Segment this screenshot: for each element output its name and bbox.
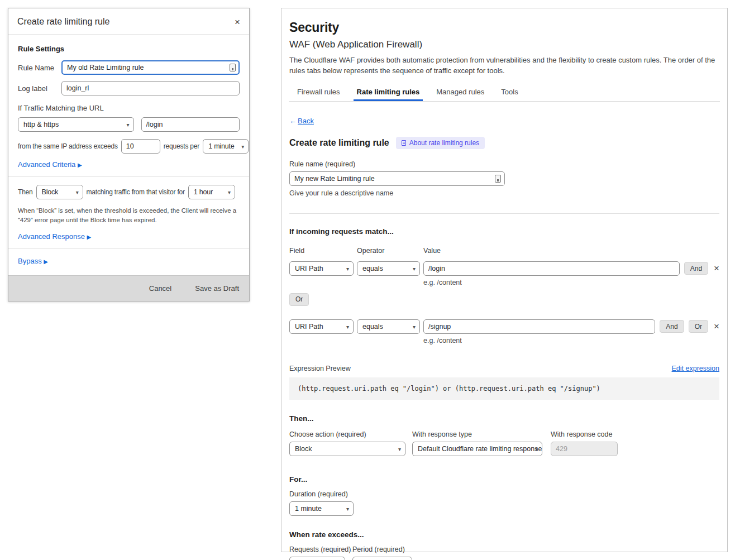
- threshold-middle-text: requests per: [164, 142, 199, 150]
- caret-right-icon: ▶: [44, 259, 48, 265]
- url-match-row: http & https ▾: [18, 117, 240, 132]
- tab-tools[interactable]: Tools: [501, 88, 518, 101]
- remove-condition-icon[interactable]: ×: [714, 264, 719, 273]
- back-arrow-icon: ←: [289, 117, 297, 125]
- dialog-header: Create rate limiting rule ×: [8, 8, 249, 35]
- threshold-row: from the same IP address exceeds request…: [18, 139, 240, 154]
- divider: [8, 176, 249, 177]
- match-heading: If incoming requests match...: [289, 227, 719, 236]
- chevron-down-icon: ▾: [346, 265, 349, 271]
- bypass-link[interactable]: Bypass ▶: [18, 257, 240, 265]
- waf-description: The Cloudflare WAF provides both automat…: [289, 55, 719, 76]
- response-type-label: With response type: [412, 430, 542, 438]
- value-hint: e.g. /content: [423, 279, 719, 286]
- chevron-down-icon: ▾: [126, 122, 129, 128]
- url-pattern-input[interactable]: [141, 117, 240, 132]
- divider: [8, 248, 249, 249]
- value-input[interactable]: [423, 261, 680, 276]
- response-code-label: With response code: [551, 430, 618, 438]
- rule-name-input[interactable]: [289, 171, 505, 186]
- block-note-text: When “Block” is set, when the threshold …: [18, 206, 240, 226]
- chevron-down-icon: ▾: [413, 265, 416, 271]
- rate-exceeds-heading: When rate exceeds...: [289, 530, 719, 539]
- ban-duration-select[interactable]: 1 hour ▾: [188, 185, 235, 199]
- action-row: Choose action (required) Block ▾ With re…: [289, 430, 719, 456]
- threshold-requests-input[interactable]: [121, 139, 160, 154]
- chevron-down-icon: ▾: [398, 446, 401, 452]
- action-select[interactable]: Block ▾: [36, 185, 83, 199]
- field-select[interactable]: URI Path ▾: [289, 319, 354, 334]
- back-link[interactable]: ←Back: [289, 117, 314, 125]
- field-column-label: Field: [289, 247, 357, 255]
- condition-row: URI Path ▾ equals ▾ And ×: [289, 261, 719, 276]
- chevron-down-icon: ▾: [535, 446, 538, 452]
- tab-managed-rules[interactable]: Managed rules: [436, 88, 484, 101]
- or-button[interactable]: Or: [689, 320, 708, 333]
- rule-name-label: Rule name (required): [289, 160, 719, 168]
- screenshot-root: Create rate limiting rule × Rule Setting…: [0, 0, 735, 560]
- about-rate-limiting-badge[interactable]: About rate limiting rules: [396, 137, 485, 149]
- chevron-down-icon: ▾: [346, 323, 349, 329]
- rule-name-helper: Give your rule a descriptive name: [289, 189, 719, 197]
- rule-name-input[interactable]: [61, 60, 240, 75]
- log-label-label: Log label: [18, 84, 61, 93]
- requests-label: Requests (required): [289, 545, 352, 553]
- cancel-button[interactable]: Cancel: [149, 284, 171, 293]
- requests-input[interactable]: [289, 557, 345, 560]
- save-as-draft-button[interactable]: Save as Draft: [195, 284, 239, 293]
- expression-header-row: Expression Preview Edit expression: [289, 365, 719, 372]
- and-button[interactable]: And: [684, 262, 708, 275]
- condition-column-labels: Field Operator Value: [289, 247, 719, 258]
- expression-preview-label: Expression Preview: [289, 365, 351, 372]
- tab-firewall-rules[interactable]: Firewall rules: [297, 88, 340, 101]
- dialog-body: Rule Settings Rule Name Log label If Tra…: [8, 35, 249, 265]
- value-hint: e.g. /content: [423, 337, 719, 344]
- then-middle-text: matching traffic from that visitor for: [87, 188, 185, 196]
- form-title: Create rate limiting rule: [289, 138, 389, 148]
- scheme-select[interactable]: http & https ▾: [18, 117, 134, 132]
- period-select[interactable]: 1 minute ▾: [352, 557, 412, 560]
- field-select[interactable]: URI Path ▾: [289, 261, 354, 276]
- or-button[interactable]: Or: [289, 293, 309, 306]
- rule-name-label: Rule Name: [18, 64, 61, 72]
- log-label-row: Log label: [18, 81, 240, 95]
- action-select[interactable]: Block ▾: [289, 442, 405, 456]
- tabs-divider: [289, 101, 720, 102]
- duration-select[interactable]: 1 minute ▾: [289, 501, 354, 516]
- input-assist-icon[interactable]: [495, 175, 501, 183]
- and-button[interactable]: And: [660, 320, 684, 333]
- then-label: Then: [18, 188, 33, 196]
- chevron-down-icon: ▾: [76, 189, 79, 195]
- log-label-input[interactable]: [61, 81, 240, 95]
- edit-expression-link[interactable]: Edit expression: [672, 365, 719, 372]
- tab-rate-limiting-rules[interactable]: Rate limiting rules: [357, 88, 420, 101]
- input-assist-icon[interactable]: [230, 64, 236, 71]
- remove-condition-icon[interactable]: ×: [714, 322, 719, 331]
- dialog-title: Create rate limiting rule: [17, 17, 109, 27]
- advanced-criteria-link[interactable]: Advanced Criteria ▶: [18, 160, 240, 169]
- security-waf-panel: Security WAF (Web Application Firewall) …: [281, 8, 728, 552]
- condition-row: URI Path ▾ equals ▾ And Or ×: [289, 319, 719, 334]
- duration-label: Duration (required): [289, 490, 719, 498]
- response-code-input: [551, 442, 618, 456]
- page-subtitle: WAF (Web Application Firewall): [289, 39, 719, 50]
- for-heading: For...: [289, 475, 719, 484]
- chevron-down-icon: ▾: [346, 505, 349, 511]
- or-connector: Or: [289, 293, 719, 306]
- rule-settings-heading: Rule Settings: [18, 45, 240, 53]
- value-column-label: Value: [423, 247, 441, 255]
- rule-name-row: Rule Name: [18, 60, 240, 75]
- operator-select[interactable]: equals ▾: [357, 319, 420, 334]
- response-type-select[interactable]: Default Cloudflare rate limiting respons…: [412, 442, 542, 456]
- page-title: Security: [289, 20, 719, 35]
- waf-tabs: Firewall rules Rate limiting rules Manag…: [289, 88, 719, 101]
- value-input[interactable]: [423, 319, 655, 334]
- traffic-matching-heading: If Traffic Matching the URL: [18, 104, 240, 112]
- advanced-response-link[interactable]: Advanced Response ▶: [18, 232, 240, 241]
- then-heading: Then...: [289, 414, 719, 423]
- rate-row: 1 minute ▾: [289, 557, 719, 560]
- divider: [289, 213, 719, 214]
- threshold-period-select[interactable]: 1 minute ▾: [203, 139, 249, 154]
- operator-select[interactable]: equals ▾: [357, 261, 420, 276]
- close-icon[interactable]: ×: [235, 17, 240, 27]
